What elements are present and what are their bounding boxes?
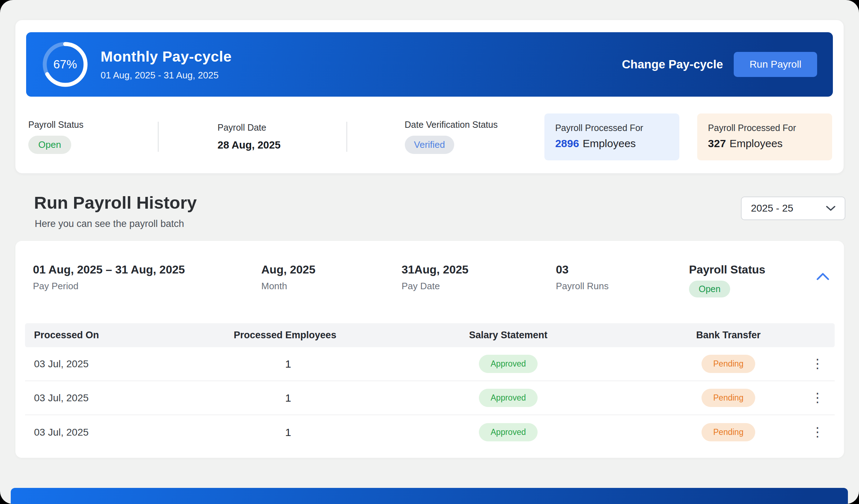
payroll-date-section: Payroll Date 28 Aug, 2025 bbox=[159, 122, 346, 151]
row-menu-icon[interactable]: ⋮ bbox=[811, 391, 824, 404]
payroll-date-label: Payroll Date bbox=[218, 122, 346, 133]
header-processed-employees: Processed Employees bbox=[225, 330, 351, 341]
batch-pay-date: 31Aug, 2025 Pay Date bbox=[402, 263, 469, 292]
bank-transfer-badge: Pending bbox=[702, 355, 755, 373]
payroll-status-badge: Open bbox=[28, 136, 71, 154]
verification-status-section: Date Verification Status Verified bbox=[347, 120, 545, 154]
page-subtitle: Here you can see the payroll batch bbox=[35, 218, 184, 229]
payroll-status-section: Payroll Status Open bbox=[28, 120, 158, 154]
paycycle-banner: 67% Monthly Pay-cycle 01 Aug, 2025 - 31 … bbox=[26, 32, 833, 97]
bank-transfer-badge: Pending bbox=[702, 389, 755, 407]
month-value: Aug, 2025 bbox=[261, 263, 315, 276]
cell-processed-on: 03 Jul, 2025 bbox=[25, 392, 225, 404]
processed-primary-count: 2896 bbox=[555, 137, 579, 149]
next-batch-banner[interactable] bbox=[11, 488, 848, 504]
collapse-batch-button[interactable] bbox=[816, 272, 829, 281]
payroll-history-card: 01 Aug, 2025 – 31 Aug, 2025 Pay Period A… bbox=[15, 241, 844, 458]
header-bank-transfer: Bank Transfer bbox=[666, 330, 791, 341]
paycycle-summary-card: 67% Monthly Pay-cycle 01 Aug, 2025 - 31 … bbox=[15, 20, 844, 174]
payroll-status-label: Payroll Status bbox=[28, 120, 158, 130]
cell-processed-on: 03 Jul, 2025 bbox=[25, 358, 225, 370]
processed-secondary-value: 327Employees bbox=[708, 137, 821, 150]
verification-status-label: Date Verification Status bbox=[405, 120, 545, 130]
year-filter-dropdown[interactable]: 2025 - 25 bbox=[741, 197, 845, 220]
header-processed-on: Processed On bbox=[25, 330, 225, 341]
salary-statement-badge: Approved bbox=[479, 389, 538, 407]
batch-status-badge: Open bbox=[689, 281, 730, 297]
verification-status-badge: Verified bbox=[405, 136, 455, 154]
table-row: 03 Jul, 2025 1 Approved Pending ⋮ bbox=[25, 415, 835, 449]
processed-employees-card-primary: Payroll Processed For 2896Employees bbox=[544, 113, 679, 160]
payroll-runs-value: 03 bbox=[556, 263, 608, 276]
payroll-runs-label: Payroll Runs bbox=[556, 281, 608, 292]
banner-text: Monthly Pay-cycle 01 Aug, 2025 - 31 Aug,… bbox=[101, 48, 232, 81]
page-title: Run Payroll History bbox=[34, 193, 197, 213]
payroll-runs-table: Processed On Processed Employees Salary … bbox=[25, 323, 835, 449]
batch-payroll-status: Payroll Status Open bbox=[689, 263, 765, 297]
paycycle-status-row: Payroll Status Open Payroll Date 28 Aug,… bbox=[28, 100, 832, 173]
cell-processed-employees: 1 bbox=[225, 426, 351, 438]
header-salary-statement: Salary Statement bbox=[351, 330, 666, 341]
run-payroll-button[interactable]: Run Payroll bbox=[734, 52, 817, 77]
chevron-up-icon bbox=[816, 272, 829, 280]
pay-period-value: 01 Aug, 2025 – 31 Aug, 2025 bbox=[33, 263, 185, 276]
paycycle-date-range: 01 Aug, 2025 - 31 Aug, 2025 bbox=[101, 70, 232, 81]
banner-actions: Change Pay-cycle Run Payroll bbox=[622, 52, 817, 77]
chevron-down-icon bbox=[826, 205, 835, 211]
processed-primary-label: Payroll Processed For bbox=[555, 123, 669, 133]
pay-date-label: Pay Date bbox=[402, 281, 469, 292]
payroll-date-value: 28 Aug, 2025 bbox=[218, 139, 346, 151]
paycycle-title: Monthly Pay-cycle bbox=[101, 48, 232, 65]
salary-statement-badge: Approved bbox=[479, 355, 538, 373]
processed-primary-unit: Employees bbox=[583, 137, 636, 149]
processed-primary-value: 2896Employees bbox=[555, 137, 669, 150]
row-menu-icon[interactable]: ⋮ bbox=[811, 426, 824, 438]
processed-employees-card-secondary: Payroll Processed For 327Employees bbox=[697, 113, 832, 160]
salary-statement-badge: Approved bbox=[479, 423, 538, 441]
batch-pay-period: 01 Aug, 2025 – 31 Aug, 2025 Pay Period bbox=[33, 263, 185, 292]
pay-date-value: 31Aug, 2025 bbox=[402, 263, 469, 276]
batch-status-label: Payroll Status bbox=[689, 263, 765, 276]
app-screen: 67% Monthly Pay-cycle 01 Aug, 2025 - 31 … bbox=[0, 0, 859, 504]
cell-processed-on: 03 Jul, 2025 bbox=[25, 427, 225, 438]
cell-processed-employees: 1 bbox=[225, 392, 351, 404]
table-row: 03 Jul, 2025 1 Approved Pending ⋮ bbox=[25, 381, 835, 415]
pay-period-label: Pay Period bbox=[33, 281, 185, 292]
processed-secondary-unit: Employees bbox=[729, 137, 782, 149]
processed-secondary-label: Payroll Processed For bbox=[708, 123, 821, 133]
processed-secondary-count: 327 bbox=[708, 137, 726, 149]
table-row: 03 Jul, 2025 1 Approved Pending ⋮ bbox=[25, 347, 835, 381]
month-label: Month bbox=[261, 281, 315, 292]
change-paycycle-button[interactable]: Change Pay-cycle bbox=[622, 58, 723, 71]
cell-processed-employees: 1 bbox=[225, 358, 351, 370]
year-filter-value: 2025 - 25 bbox=[751, 203, 793, 214]
table-header-row: Processed On Processed Employees Salary … bbox=[25, 323, 835, 347]
batch-month: Aug, 2025 Month bbox=[261, 263, 315, 292]
progress-ring: 67% bbox=[42, 41, 88, 88]
batch-payroll-runs: 03 Payroll Runs bbox=[556, 263, 608, 292]
row-menu-icon[interactable]: ⋮ bbox=[811, 357, 824, 370]
bank-transfer-badge: Pending bbox=[702, 423, 755, 441]
progress-percentage: 67% bbox=[42, 41, 88, 88]
